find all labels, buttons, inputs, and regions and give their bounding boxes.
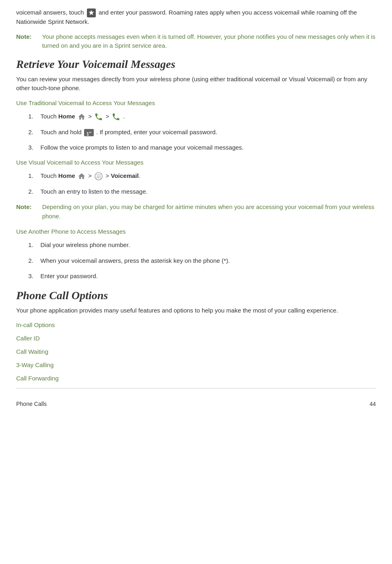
home-bold-2: Home <box>58 172 75 179</box>
link-call-forwarding[interactable]: Call Forwarding <box>16 375 376 382</box>
another-step-num-1: 1. <box>28 241 40 250</box>
note-text-2: Depending on your plan, you may be charg… <box>42 203 376 221</box>
another-step-num-3: 3. <box>28 272 40 281</box>
svg-point-8 <box>100 175 101 176</box>
note-block-1: Note: Your phone accepts messages even w… <box>16 32 376 51</box>
svg-point-7 <box>98 175 99 176</box>
retrieve-voicemail-title: Retrieve Your Voicemail Messages <box>16 58 376 71</box>
phone-call-options-title: Phone Call Options <box>16 289 376 302</box>
another-phone-step-3: 3. Enter your password. <box>28 272 376 281</box>
another-phone-step-2: 2. When your voicemail answers, press th… <box>28 256 376 266</box>
intro-text-before: voicemail answers, touch <box>16 9 84 16</box>
footer-divider <box>16 388 376 389</box>
another-phone-title: Use Another Phone to Access Messages <box>16 228 376 235</box>
home-icon-1 <box>78 113 86 121</box>
svg-point-9 <box>97 177 97 178</box>
step-num-1: 1. <box>28 112 40 121</box>
visual-step-content-2: Touch an entry to listen to the message. <box>40 187 376 196</box>
step-content-3: Follow the voice prompts to listen to an… <box>40 143 376 152</box>
step-num-2: 2. <box>28 128 40 137</box>
arrow-1: > <box>88 113 93 120</box>
another-step-content-1: Dial your wireless phone number. <box>40 241 376 250</box>
retrieve-voicemail-intro: You can review your messages directly fr… <box>16 75 376 93</box>
another-phone-steps-list: 1. Dial your wireless phone number. 2. W… <box>28 241 376 281</box>
step-content-2: Touch and hold 1∞ . If prompted, enter y… <box>40 128 376 137</box>
phone-icon-2 <box>112 112 120 121</box>
visual-step-num-1: 1. <box>28 171 40 181</box>
grid-icon <box>94 172 103 181</box>
intro-paragraph: voicemail answers, touch and enter your … <box>16 8 376 27</box>
phone-icon-1 <box>94 112 103 121</box>
link-in-call-options[interactable]: In-call Options <box>16 321 376 328</box>
svg-point-4 <box>98 174 99 175</box>
svg-point-3 <box>97 174 97 175</box>
arrow-3: > <box>88 172 93 179</box>
link-call-waiting[interactable]: Call Waiting <box>16 348 376 355</box>
another-step-num-2: 2. <box>28 256 40 266</box>
footer-left: Phone Calls <box>16 401 47 407</box>
star-icon <box>87 8 96 17</box>
step-content-1: Touch Home > > . <box>40 112 376 121</box>
visual-steps-list: 1. Touch Home > > Voicemai <box>28 171 376 196</box>
traditional-step-2: 2. Touch and hold 1∞ . If prompted, ente… <box>28 128 376 137</box>
visual-step-num-2: 2. <box>28 187 40 196</box>
footer-right: 44 <box>369 401 376 407</box>
phone-call-options-intro: Your phone application provides many use… <box>16 306 376 315</box>
page-footer: Phone Calls 44 <box>16 401 376 407</box>
traditional-step-3: 3. Follow the voice prompts to listen to… <box>28 143 376 152</box>
traditional-steps-list: 1. Touch Home > > . 2. Touch and hold 1∞ <box>28 112 376 152</box>
visual-step-2: 2. Touch an entry to listen to the messa… <box>28 187 376 196</box>
another-step-content-2: When your voicemail answers, press the a… <box>40 256 376 266</box>
visual-step-content-1: Touch Home > > Voicemail. <box>40 171 376 181</box>
step-num-3: 3. <box>28 143 40 152</box>
svg-point-11 <box>100 177 101 178</box>
note-block-2: Note: Depending on your plan, you may be… <box>16 203 376 221</box>
note-text-1: Your phone accepts messages even when it… <box>42 32 376 51</box>
visual-step-1: 1. Touch Home > > Voicemai <box>28 171 376 181</box>
svg-point-10 <box>98 177 99 178</box>
voicemail-label: Voicemail <box>111 172 139 179</box>
arrow-4: > <box>105 172 111 179</box>
note-label-1: Note: <box>16 32 40 51</box>
svg-point-5 <box>100 174 101 175</box>
another-phone-step-1: 1. Dial your wireless phone number. <box>28 241 376 250</box>
home-icon-2 <box>78 172 86 180</box>
phone-call-options-section: Phone Call Options Your phone applicatio… <box>16 289 376 382</box>
home-bold-1: Home <box>58 113 75 120</box>
voicemail-key-icon: 1∞ <box>84 129 94 136</box>
traditional-step-1: 1. Touch Home > > . <box>28 112 376 121</box>
visual-voicemail-title: Use Visual Voicemail to Access Your Mess… <box>16 159 376 166</box>
traditional-voicemail-title: Use Traditional Voicemail to Access Your… <box>16 99 376 106</box>
another-step-content-3: Enter your password. <box>40 272 376 281</box>
link-caller-id[interactable]: Caller ID <box>16 335 376 342</box>
arrow-2: > <box>105 113 111 120</box>
link-3way-calling[interactable]: 3-Way Calling <box>16 361 376 368</box>
svg-point-6 <box>97 175 97 176</box>
note-label-2: Note: <box>16 203 40 221</box>
